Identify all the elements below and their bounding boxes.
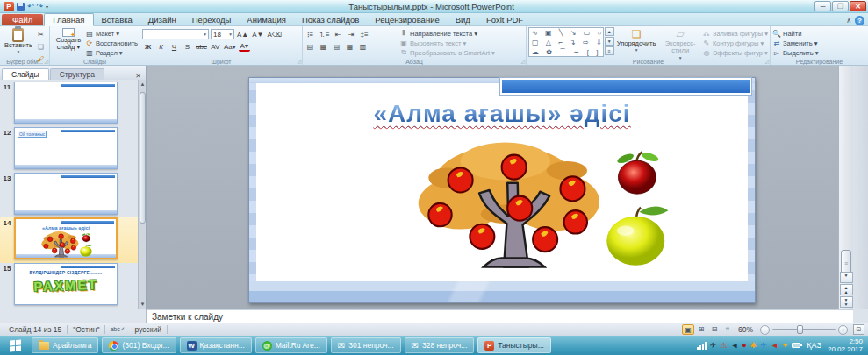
slide-thumbnail-14-selected[interactable]: 14 «Алма ағашы» әдісі: [0, 217, 145, 263]
section-button[interactable]: ▥Раздел ▾: [85, 48, 138, 57]
apple-tree-image[interactable]: [397, 136, 686, 278]
slideshow-button[interactable]: ⌗: [721, 324, 734, 335]
zoom-in-icon[interactable]: +: [838, 325, 848, 335]
change-case-button[interactable]: Аа▾: [223, 41, 237, 52]
grow-font-button[interactable]: А▲: [236, 29, 249, 39]
slide-header-bar[interactable]: [500, 78, 751, 95]
bold-button[interactable]: Ж: [142, 41, 154, 52]
shrink-font-button[interactable]: А▼: [251, 29, 264, 39]
restore-button[interactable]: ❐: [832, 1, 849, 11]
justify-button[interactable]: ▦: [344, 41, 355, 52]
clear-formatting-button[interactable]: А⌫: [267, 29, 283, 39]
zoom-level[interactable]: 60%: [734, 325, 757, 334]
zoom-slider-thumb[interactable]: [797, 325, 803, 334]
slide-thumbnail-15[interactable]: 15 БҮЛДІРШІНДЕР СІЗДЕРГЕ......... РАХМЕТ: [0, 263, 145, 309]
slide-title[interactable]: «Алма ағашы» әдісі: [249, 100, 755, 128]
drawing-dialog-launcher[interactable]: ◿: [764, 58, 769, 64]
zoom-slider[interactable]: − +: [757, 325, 850, 335]
tab-design[interactable]: Дизайн: [140, 14, 184, 25]
redo-icon[interactable]: ↷: [37, 2, 44, 11]
network-signal-icon[interactable]: [697, 342, 707, 350]
slide-thumbnail-12[interactable]: 12 Ой толғаныс: [0, 127, 145, 173]
shape-effects-button[interactable]: ◍Эффекты фигур ▾: [702, 48, 768, 57]
taskbar-item-powerpoint-active[interactable]: P Таныстыры...: [477, 337, 551, 353]
align-center-button[interactable]: ▦: [318, 41, 329, 52]
font-dialog-launcher[interactable]: ◿: [297, 58, 301, 64]
reading-view-button[interactable]: ⊟: [708, 324, 721, 335]
slide-sorter-button[interactable]: ⊞: [695, 324, 707, 335]
help-icon[interactable]: ?: [855, 16, 864, 25]
bullets-button[interactable]: ⁝≡: [305, 29, 316, 39]
tab-review[interactable]: Рецензирование: [367, 14, 447, 25]
decrease-indent-button[interactable]: ⇤: [333, 29, 344, 39]
shapes-more-icon[interactable]: ≡: [605, 46, 614, 55]
zoom-out-icon[interactable]: −: [760, 325, 770, 335]
powerpoint-app-icon[interactable]: P: [4, 2, 14, 11]
shapes-scroll-up-icon[interactable]: ▲: [605, 27, 614, 36]
fit-to-window-icon[interactable]: ⊡: [853, 324, 864, 335]
tray-warning-icon[interactable]: ⚠: [720, 340, 727, 351]
slide-canvas[interactable]: «Алма ағашы» әдісі: [248, 77, 756, 303]
panel-scroll-up-icon[interactable]: ▲: [139, 82, 146, 87]
underline-button[interactable]: Ч: [169, 41, 180, 52]
taskbar-item-mailru[interactable]: @ Mail.Ru Are...: [255, 337, 327, 353]
panel-scrollbar[interactable]: ▲ ▼: [138, 80, 146, 309]
tab-foxit[interactable]: Foxit PDF: [478, 14, 531, 25]
tab-transitions[interactable]: Переходы: [184, 14, 240, 25]
notes-pane[interactable]: Заметки к слайду: [147, 309, 853, 323]
tray-volume-icon[interactable]: ◄: [730, 340, 738, 351]
tab-animation[interactable]: Анимация: [239, 14, 294, 25]
undo-icon[interactable]: ↶: [27, 2, 34, 11]
font-name-combo[interactable]: ▾: [142, 29, 209, 39]
cut-icon[interactable]: ✂: [35, 29, 47, 39]
vertical-scrollbar[interactable]: ▼ ▲▲ ▼▼: [838, 66, 853, 309]
tray-icon[interactable]: ✦: [782, 340, 789, 351]
tab-outline-panel[interactable]: Структура: [50, 68, 104, 80]
arrange-button[interactable]: ❏ Упорядочить▾: [614, 27, 659, 53]
text-direction-button[interactable]: ⫴Направление текста ▾: [399, 29, 495, 38]
reset-button[interactable]: ⟳Восстановить: [85, 39, 138, 47]
strikethrough-button[interactable]: abc: [195, 41, 208, 52]
battery-icon[interactable]: [792, 343, 800, 348]
tab-slides-panel[interactable]: Слайды: [2, 68, 49, 80]
minimize-button[interactable]: ─: [814, 1, 831, 11]
normal-view-button[interactable]: ▣: [682, 324, 694, 335]
minimize-ribbon-icon[interactable]: ∧: [846, 17, 851, 25]
tray-icon[interactable]: ●: [742, 340, 746, 351]
tray-icon[interactable]: ✱: [750, 340, 757, 351]
line-spacing-button[interactable]: ‡≡: [359, 29, 370, 39]
previous-slide-button[interactable]: ▲▲: [840, 284, 853, 295]
shapes-gallery[interactable]: ∿ ▣ ╲ ↘ ▭ ○ ▢ △ ⌐ ↴ ⇨ ⇩ ☁ ✿ ⌒ ∼ { }: [528, 27, 604, 57]
font-color-button[interactable]: А▾: [239, 41, 250, 52]
next-slide-button[interactable]: ▼▼: [840, 296, 853, 308]
replace-button[interactable]: ⇄Заменить ▾: [772, 39, 866, 47]
language-switcher[interactable]: ҚАЗ: [804, 341, 824, 350]
align-text-button[interactable]: ▣Выровнять текст ▾: [399, 39, 495, 47]
close-button[interactable]: ✕: [850, 1, 866, 11]
tab-view[interactable]: Вид: [448, 14, 478, 25]
scroll-down-icon[interactable]: ▼: [840, 272, 853, 283]
tab-home[interactable]: Главная: [44, 13, 93, 26]
align-right-button[interactable]: ▤: [331, 41, 342, 52]
save-icon[interactable]: [17, 3, 25, 11]
language-indicator[interactable]: русский: [130, 325, 168, 334]
text-shadow-button[interactable]: S: [182, 41, 193, 52]
clock[interactable]: 2:50 20.02.2017: [828, 337, 866, 353]
font-size-combo[interactable]: 18▾: [211, 29, 234, 39]
find-button[interactable]: 🔍Найти: [772, 29, 866, 38]
tray-icon[interactable]: ✈: [710, 340, 717, 351]
panel-scroll-thumb[interactable]: [140, 92, 146, 224]
tab-insert[interactable]: Вставка: [94, 14, 140, 25]
tray-icon[interactable]: ◄: [771, 340, 778, 351]
increase-indent-button[interactable]: ⇥: [346, 29, 357, 39]
slide-thumbnail-11[interactable]: 11: [0, 82, 145, 127]
italic-button[interactable]: К: [155, 41, 167, 52]
convert-smartart-button[interactable]: ⧉Преобразовать в SmartArt ▾: [399, 48, 495, 57]
shapes-scroll-down-icon[interactable]: ▼: [605, 37, 614, 46]
columns-button[interactable]: ▥: [357, 41, 369, 52]
tab-file[interactable]: Файл: [2, 14, 43, 25]
quick-styles-button[interactable]: ▱ Экспресс-стили▾: [658, 27, 701, 61]
numbering-button[interactable]: ⒈≡: [318, 29, 331, 39]
layout-button[interactable]: ▤Макет ▾: [85, 29, 138, 38]
paragraph-dialog-launcher[interactable]: ◿: [520, 58, 525, 64]
